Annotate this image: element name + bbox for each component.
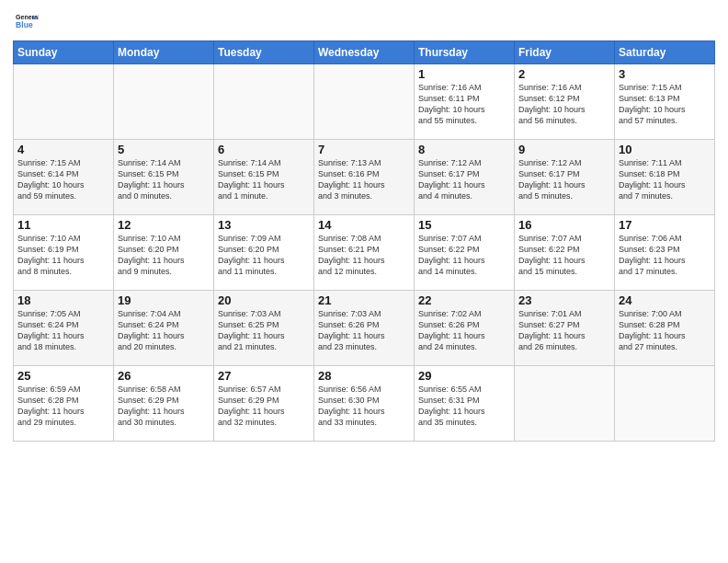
calendar-cell: 8Sunrise: 7:12 AM Sunset: 6:17 PM Daylig…	[415, 140, 515, 215]
calendar-cell: 9Sunrise: 7:12 AM Sunset: 6:17 PM Daylig…	[515, 140, 615, 215]
day-info: Sunrise: 7:11 AM Sunset: 6:18 PM Dayligh…	[619, 157, 711, 202]
day-number: 1	[418, 67, 510, 81]
header-day-sunday: Sunday	[14, 41, 114, 64]
calendar-cell: 23Sunrise: 7:01 AM Sunset: 6:27 PM Dayli…	[515, 291, 615, 366]
week-row-3: 18Sunrise: 7:05 AM Sunset: 6:24 PM Dayli…	[14, 291, 715, 366]
day-number: 28	[318, 369, 410, 383]
day-info: Sunrise: 7:12 AM Sunset: 6:17 PM Dayligh…	[418, 157, 510, 202]
week-row-4: 25Sunrise: 6:59 AM Sunset: 6:28 PM Dayli…	[14, 366, 715, 442]
calendar-cell	[214, 64, 314, 140]
calendar-cell: 13Sunrise: 7:09 AM Sunset: 6:20 PM Dayli…	[214, 215, 314, 291]
day-info: Sunrise: 7:05 AM Sunset: 6:24 PM Dayligh…	[17, 308, 109, 353]
header-day-tuesday: Tuesday	[214, 41, 314, 64]
day-number: 7	[318, 143, 410, 156]
day-number: 6	[218, 143, 310, 156]
logo: General Blue	[13, 9, 42, 35]
day-number: 18	[17, 293, 109, 307]
calendar-table: SundayMondayTuesdayWednesdayThursdayFrid…	[13, 40, 715, 442]
day-number: 17	[619, 218, 711, 232]
day-info: Sunrise: 6:59 AM Sunset: 6:28 PM Dayligh…	[17, 384, 109, 429]
day-info: Sunrise: 7:15 AM Sunset: 6:13 PM Dayligh…	[619, 82, 711, 127]
calendar-cell	[314, 64, 415, 140]
calendar-cell: 11Sunrise: 7:10 AM Sunset: 6:19 PM Dayli…	[14, 215, 114, 291]
day-number: 22	[418, 293, 510, 307]
calendar-cell: 22Sunrise: 7:02 AM Sunset: 6:26 PM Dayli…	[415, 291, 515, 366]
day-number: 23	[518, 293, 610, 307]
day-number: 21	[318, 293, 410, 307]
page-container: General Blue SundayMondayTuesdayWednesda…	[0, 0, 728, 447]
header-row: General Blue	[13, 9, 715, 35]
calendar-cell: 24Sunrise: 7:00 AM Sunset: 6:28 PM Dayli…	[615, 291, 715, 366]
day-info: Sunrise: 7:12 AM Sunset: 6:17 PM Dayligh…	[518, 157, 610, 202]
header-day-thursday: Thursday	[415, 41, 515, 64]
day-number: 14	[318, 218, 410, 232]
day-number: 27	[218, 369, 310, 383]
day-info: Sunrise: 7:00 AM Sunset: 6:28 PM Dayligh…	[619, 308, 711, 353]
day-number: 12	[118, 218, 210, 232]
calendar-cell: 2Sunrise: 7:16 AM Sunset: 6:12 PM Daylig…	[515, 64, 615, 140]
calendar-cell: 1Sunrise: 7:16 AM Sunset: 6:11 PM Daylig…	[415, 64, 515, 140]
calendar-cell: 17Sunrise: 7:06 AM Sunset: 6:23 PM Dayli…	[615, 215, 715, 291]
day-info: Sunrise: 7:07 AM Sunset: 6:22 PM Dayligh…	[418, 233, 510, 278]
day-number: 19	[118, 293, 210, 307]
calendar-cell: 29Sunrise: 6:55 AM Sunset: 6:31 PM Dayli…	[415, 366, 515, 442]
header-day-monday: Monday	[114, 41, 214, 64]
day-info: Sunrise: 7:02 AM Sunset: 6:26 PM Dayligh…	[418, 308, 510, 353]
calendar-cell: 28Sunrise: 6:56 AM Sunset: 6:30 PM Dayli…	[314, 366, 415, 442]
calendar-cell: 16Sunrise: 7:07 AM Sunset: 6:22 PM Dayli…	[515, 215, 615, 291]
day-number: 10	[619, 143, 711, 156]
day-number: 15	[418, 218, 510, 232]
day-number: 20	[218, 293, 310, 307]
day-info: Sunrise: 6:57 AM Sunset: 6:29 PM Dayligh…	[218, 384, 310, 429]
day-info: Sunrise: 7:03 AM Sunset: 6:26 PM Dayligh…	[318, 308, 410, 353]
calendar-cell: 3Sunrise: 7:15 AM Sunset: 6:13 PM Daylig…	[615, 64, 715, 140]
calendar-cell: 27Sunrise: 6:57 AM Sunset: 6:29 PM Dayli…	[214, 366, 314, 442]
day-info: Sunrise: 6:56 AM Sunset: 6:30 PM Dayligh…	[318, 384, 410, 429]
day-info: Sunrise: 7:01 AM Sunset: 6:27 PM Dayligh…	[518, 308, 610, 353]
day-info: Sunrise: 7:07 AM Sunset: 6:22 PM Dayligh…	[518, 233, 610, 278]
day-number: 29	[418, 369, 510, 383]
calendar-cell: 20Sunrise: 7:03 AM Sunset: 6:25 PM Dayli…	[214, 291, 314, 366]
day-info: Sunrise: 7:15 AM Sunset: 6:14 PM Dayligh…	[17, 157, 109, 202]
calendar-cell: 18Sunrise: 7:05 AM Sunset: 6:24 PM Dayli…	[14, 291, 114, 366]
day-info: Sunrise: 7:16 AM Sunset: 6:12 PM Dayligh…	[518, 82, 610, 127]
header-row-days: SundayMondayTuesdayWednesdayThursdayFrid…	[14, 41, 715, 64]
calendar-cell: 26Sunrise: 6:58 AM Sunset: 6:29 PM Dayli…	[114, 366, 214, 442]
calendar-cell	[615, 366, 715, 442]
calendar-cell: 10Sunrise: 7:11 AM Sunset: 6:18 PM Dayli…	[615, 140, 715, 215]
calendar-cell	[515, 366, 615, 442]
logo-icon: General Blue	[13, 9, 39, 35]
day-info: Sunrise: 7:03 AM Sunset: 6:25 PM Dayligh…	[218, 308, 310, 353]
day-number: 25	[17, 369, 109, 383]
day-info: Sunrise: 7:09 AM Sunset: 6:20 PM Dayligh…	[218, 233, 310, 278]
day-number: 8	[418, 143, 510, 156]
calendar-cell: 15Sunrise: 7:07 AM Sunset: 6:22 PM Dayli…	[415, 215, 515, 291]
day-number: 16	[518, 218, 610, 232]
header-day-saturday: Saturday	[615, 41, 715, 64]
calendar-cell: 4Sunrise: 7:15 AM Sunset: 6:14 PM Daylig…	[14, 140, 114, 215]
calendar-cell: 12Sunrise: 7:10 AM Sunset: 6:20 PM Dayli…	[114, 215, 214, 291]
day-info: Sunrise: 7:06 AM Sunset: 6:23 PM Dayligh…	[619, 233, 711, 278]
calendar-cell: 21Sunrise: 7:03 AM Sunset: 6:26 PM Dayli…	[314, 291, 415, 366]
day-number: 2	[518, 67, 610, 81]
calendar-cell	[14, 64, 114, 140]
day-info: Sunrise: 7:10 AM Sunset: 6:19 PM Dayligh…	[17, 233, 109, 278]
svg-text:Blue: Blue	[16, 20, 33, 29]
calendar-cell: 14Sunrise: 7:08 AM Sunset: 6:21 PM Dayli…	[314, 215, 415, 291]
week-row-2: 11Sunrise: 7:10 AM Sunset: 6:19 PM Dayli…	[14, 215, 715, 291]
calendar-cell: 6Sunrise: 7:14 AM Sunset: 6:15 PM Daylig…	[214, 140, 314, 215]
day-info: Sunrise: 6:55 AM Sunset: 6:31 PM Dayligh…	[418, 384, 510, 429]
day-number: 4	[17, 143, 109, 156]
day-number: 11	[17, 218, 109, 232]
calendar-cell: 5Sunrise: 7:14 AM Sunset: 6:15 PM Daylig…	[114, 140, 214, 215]
day-number: 13	[218, 218, 310, 232]
day-info: Sunrise: 7:14 AM Sunset: 6:15 PM Dayligh…	[218, 157, 310, 202]
week-row-1: 4Sunrise: 7:15 AM Sunset: 6:14 PM Daylig…	[14, 140, 715, 215]
day-info: Sunrise: 7:13 AM Sunset: 6:16 PM Dayligh…	[318, 157, 410, 202]
calendar-cell: 25Sunrise: 6:59 AM Sunset: 6:28 PM Dayli…	[14, 366, 114, 442]
day-info: Sunrise: 6:58 AM Sunset: 6:29 PM Dayligh…	[118, 384, 210, 429]
day-number: 5	[118, 143, 210, 156]
day-number: 9	[518, 143, 610, 156]
calendar-cell	[114, 64, 214, 140]
day-number: 24	[619, 293, 711, 307]
